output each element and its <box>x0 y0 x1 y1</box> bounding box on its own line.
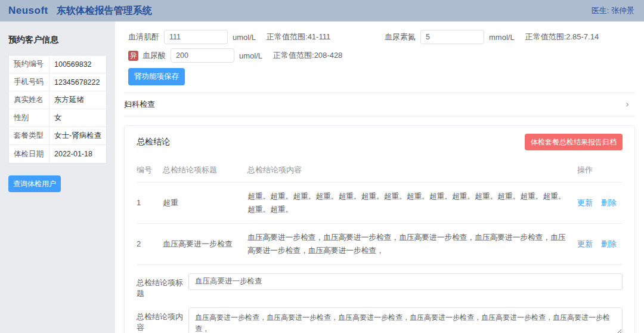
conclusion-row-content: 血压高要进一步检查，血压高要进一步检查，血压高要进一步检查，血压高要进一步检查，… <box>247 223 577 264</box>
collapse-label: 妇科检查 <box>124 99 155 110</box>
exam-value-input[interactable] <box>164 30 228 44</box>
conclusion-row-no: 1 <box>137 182 163 223</box>
conclusion-card: 总检结论 体检套餐总检结果报告归档 编号 总检结论项标题 总检结论项内容 操作 … <box>124 125 635 333</box>
customer-field-value: 12345678222 <box>49 73 100 91</box>
customer-info-row: 真实姓名 东方延绪 <box>9 91 106 109</box>
brand-logo: Neusoft <box>8 5 48 17</box>
customer-info-row: 体检日期 2022-01-18 <box>9 145 106 163</box>
conclusion-table-row: 2 血压高要进一步检查 血压高要进一步检查，血压高要进一步检查，血压高要进一步检… <box>137 223 623 264</box>
kidney-function-form: 血清肌酐 umol/L 正常值范围:41-111 血尿素氮 mmol/L 正常值… <box>115 21 644 92</box>
exam-item: 异 血尿酸 umol/L 正常值范围:208-428 <box>128 48 385 63</box>
customer-field-value: 女 <box>49 109 62 127</box>
exam-normal-range: 正常值范围:41-111 <box>267 32 330 42</box>
customer-field-value: 2022-01-18 <box>49 145 92 163</box>
customer-field-label: 套餐类型 <box>9 127 49 144</box>
customer-field-label: 性别 <box>9 109 49 127</box>
delete-link[interactable]: 删除 <box>601 198 617 207</box>
conclusion-title-form-row: 总检结论项标题 <box>137 273 623 299</box>
query-user-button[interactable]: 查询体检用户 <box>8 175 61 192</box>
main-content: 血清肌酐 umol/L 正常值范围:41-111 血尿素氮 mmol/L 正常值… <box>115 21 644 333</box>
conclusion-row-actions: 更新 删除 <box>577 182 623 223</box>
exam-unit-label: umol/L <box>233 33 256 42</box>
conclusion-card-body: 编号 总检结论项标题 总检结论项内容 操作 1 超重 超重。超重。超重。超重。超… <box>125 154 634 333</box>
conclusion-table: 编号 总检结论项标题 总检结论项内容 操作 1 超重 超重。超重。超重。超重。超… <box>137 156 623 265</box>
exam-unit-label: mmol/L <box>489 33 515 42</box>
header-no: 编号 <box>137 156 163 183</box>
conclusion-card-header: 总检结论 体检套餐总检结果报告归档 <box>125 126 634 154</box>
conclusion-row-title: 血压高要进一步检查 <box>163 223 247 264</box>
exam-value-input[interactable] <box>171 48 234 63</box>
exam-items-grid: 血清肌酐 umol/L 正常值范围:41-111 血尿素氮 mmol/L 正常值… <box>128 30 634 63</box>
conclusion-content-label: 总检结论项内容 <box>137 307 188 333</box>
sidebar: 预约客户信息 预约编号 100569832 手机号码 12345678222 真… <box>0 21 115 333</box>
conclusion-content-form-row: 总检结论项内容 血压高要进一步检查，血压高要进一步检查，血压高要进一步检查，血压… <box>137 307 623 333</box>
page-body: 预约客户信息 预约编号 100569832 手机号码 12345678222 真… <box>0 21 644 333</box>
conclusion-title: 总检结论 <box>137 137 170 147</box>
customer-info-row: 性别 女 <box>9 109 106 127</box>
customer-info-row: 套餐类型 女士-肾病检查 <box>9 127 106 145</box>
exam-item-label: 血尿酸 <box>143 50 166 61</box>
conclusion-table-row: 1 超重 超重。超重。超重。超重。超重。超重。超重。超重。超重。超重。超重。超重… <box>137 182 623 223</box>
header-title: 总检结论项标题 <box>163 156 247 183</box>
exam-unit-label: umol/L <box>239 51 262 60</box>
update-link[interactable]: 更新 <box>577 239 593 248</box>
header-brand-wrap: Neusoft 东软体检报告管理系统 <box>8 5 152 17</box>
exam-normal-range: 正常值范围:208-428 <box>273 50 342 61</box>
conclusion-row-actions: 更新 删除 <box>577 223 623 264</box>
customer-field-value: 女士-肾病检查 <box>49 127 101 144</box>
header-content: 总检结论项内容 <box>247 156 577 183</box>
exam-item-label: 血清肌酐 <box>128 32 159 42</box>
exam-normal-range: 正常值范围:2.85-7.14 <box>525 32 599 42</box>
conclusion-title-input[interactable] <box>188 273 623 290</box>
gynecology-collapse-row[interactable]: 妇科检查 › <box>124 92 635 116</box>
customer-field-value: 100569832 <box>49 56 92 73</box>
sidebar-title: 预约客户信息 <box>8 35 107 45</box>
archive-report-button[interactable]: 体检套餐总检结果报告归档 <box>525 134 623 150</box>
chevron-right-icon: › <box>626 99 629 110</box>
exam-item: 血尿素氮 mmol/L 正常值范围:2.85-7.14 <box>385 30 634 44</box>
delete-link[interactable]: 删除 <box>601 239 617 248</box>
customer-field-label: 手机号码 <box>9 73 49 91</box>
header-actions: 操作 <box>577 156 623 183</box>
customer-info-row: 预约编号 100569832 <box>9 56 106 73</box>
kidney-function-save-button[interactable]: 肾功能项保存 <box>128 68 185 85</box>
customer-info-table: 预约编号 100569832 手机号码 12345678222 真实姓名 东方延… <box>8 55 107 164</box>
conclusion-row-title: 超重 <box>163 182 247 223</box>
customer-field-label: 真实姓名 <box>9 91 49 109</box>
conclusion-row-content: 超重。超重。超重。超重。超重。超重。超重。超重。超重。超重。超重。超重。超重。超… <box>247 182 577 223</box>
doctor-name: 医生: 张仲景 <box>592 5 634 16</box>
customer-field-value: 东方延绪 <box>49 91 84 109</box>
abnormal-badge: 异 <box>128 51 138 61</box>
conclusion-title-label: 总检结论项标题 <box>137 273 188 299</box>
app-header: Neusoft 东软体检报告管理系统 医生: 张仲景 <box>0 0 644 21</box>
exam-item-label: 血尿素氮 <box>385 32 416 42</box>
update-link[interactable]: 更新 <box>577 198 593 207</box>
exam-item: 血清肌酐 umol/L 正常值范围:41-111 <box>128 30 385 44</box>
customer-info-row: 手机号码 12345678222 <box>9 73 106 91</box>
conclusion-content-textarea[interactable]: 血压高要进一步检查，血压高要进一步检查，血压高要进一步检查，血压高要进一步检查，… <box>188 307 623 333</box>
exam-value-input[interactable] <box>420 30 484 44</box>
conclusion-table-header-row: 编号 总检结论项标题 总检结论项内容 操作 <box>137 156 623 183</box>
conclusion-row-no: 2 <box>137 223 163 264</box>
app-title: 东软体检报告管理系统 <box>57 5 152 17</box>
customer-field-label: 体检日期 <box>9 145 49 163</box>
customer-field-label: 预约编号 <box>9 56 49 73</box>
